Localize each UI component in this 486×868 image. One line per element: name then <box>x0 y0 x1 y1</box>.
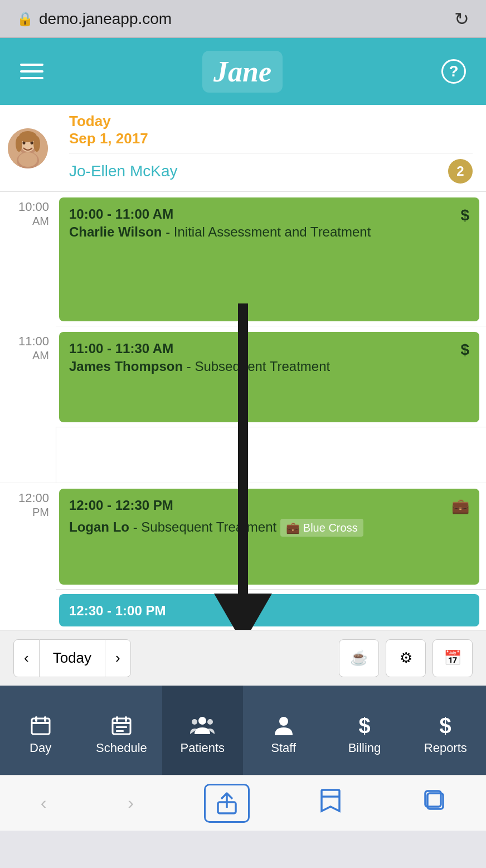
svg-point-20 <box>198 717 206 725</box>
bookmarks-icon <box>319 789 342 813</box>
appointment-row-3[interactable]: 12:00 PM 12:00 - 12:30 PM Logan Lo - Sub… <box>0 483 486 589</box>
schedule-nav-icon <box>110 714 133 736</box>
dollar-icon-1: $ <box>460 206 469 224</box>
appt-2-treatment: Subsequent Treatment <box>195 359 330 374</box>
svg-text:$: $ <box>358 714 370 736</box>
toolbar: ‹ Today › ☕ ⚙ 📅 <box>0 630 486 686</box>
svg-rect-17 <box>125 716 127 722</box>
appt-2-patient: James Thompson <box>69 359 183 374</box>
avatar-image <box>8 128 48 168</box>
appointment-block-4[interactable]: 12:30 - 1:00 PM <box>59 594 479 626</box>
appt-2-desc: James Thompson - Subsequent Treatment <box>69 359 469 374</box>
nav-label-schedule: Schedule <box>96 741 147 755</box>
appointment-block-3[interactable]: 12:00 - 12:30 PM Logan Lo - Subsequent T… <box>59 489 479 585</box>
svg-rect-11 <box>32 722 50 724</box>
nav-item-patients[interactable]: Patients <box>162 686 243 775</box>
appt-3-desc: Logan Lo - Subsequent Treatment 💼 Blue C… <box>69 515 469 537</box>
main-content: Today Sep 1, 2017 Jo-Ellen McKay 2 10:00… <box>0 105 486 630</box>
svg-rect-15 <box>113 722 130 724</box>
next-day-button[interactable]: › <box>105 639 131 677</box>
svg-point-8 <box>16 136 22 152</box>
time-label-1230pm <box>0 590 56 630</box>
page-wrapper: 🔒 demo.janeapp.com ↻ Jane ? <box>0 0 486 831</box>
appt-1-dash: - <box>166 224 174 239</box>
date-today-label: Today <box>69 113 473 130</box>
calendar-button[interactable]: 📅 <box>432 639 473 677</box>
appt-4-time: 12:30 - 1:00 PM <box>69 603 469 619</box>
jane-logo: Jane <box>202 51 283 93</box>
hamburger-line-2 <box>20 70 43 73</box>
ios-tabs-button[interactable] <box>412 783 456 823</box>
billing-nav-icon: $ <box>353 714 376 736</box>
staff-nav-icon <box>273 714 295 736</box>
nav-item-staff[interactable]: Staff <box>243 686 324 775</box>
svg-rect-12 <box>35 716 37 722</box>
appointment-count-badge: 2 <box>448 159 473 184</box>
nav-item-billing[interactable]: $ Billing <box>324 686 405 775</box>
svg-point-22 <box>207 719 213 725</box>
empty-gap-row <box>0 427 486 483</box>
appointment-row-4[interactable]: 12:30 - 1:00 PM <box>0 590 486 630</box>
bottom-nav: Day Schedule Patients <box>0 686 486 775</box>
appt-3-time: 12:00 - 12:30 PM <box>69 498 469 513</box>
appointment-row-1[interactable]: 10:00 AM 10:00 - 11:00 AM Charlie Wilson… <box>0 192 486 326</box>
time-label-10am: 10:00 AM <box>0 192 56 326</box>
date-full-label: Sep 1, 2017 <box>69 130 473 147</box>
appt-2-time: 11:00 - 11:30 AM <box>69 341 469 356</box>
nav-item-schedule[interactable]: Schedule <box>81 686 162 775</box>
nav-label-day: Day <box>30 741 51 755</box>
dollar-icon-2: $ <box>460 341 469 359</box>
practitioner-name[interactable]: Jo-Ellen McKay <box>69 162 178 180</box>
reload-button[interactable]: ↻ <box>454 8 469 30</box>
appt-1-treatment: Initial Assessment and Treatment <box>174 224 371 239</box>
svg-point-21 <box>192 719 197 725</box>
ios-share-button[interactable] <box>204 784 250 823</box>
svg-rect-18 <box>116 726 127 728</box>
insurance-badge: 💼 Blue Cross <box>280 519 363 537</box>
url-text: demo.janeapp.com <box>39 10 172 28</box>
today-button[interactable]: Today <box>40 639 105 677</box>
coffee-button[interactable]: ☕ <box>339 639 379 677</box>
day-nav-icon <box>30 714 52 736</box>
time-label-12pm: 12:00 PM <box>0 483 56 589</box>
prev-day-button[interactable]: ‹ <box>13 639 40 677</box>
hamburger-menu-button[interactable] <box>20 64 43 79</box>
ios-bookmarks-button[interactable] <box>308 783 353 823</box>
ios-forward-button[interactable]: › <box>116 787 145 819</box>
nav-label-staff: Staff <box>271 741 296 755</box>
date-name-section: Today Sep 1, 2017 Jo-Ellen McKay 2 <box>56 105 486 191</box>
nav-label-reports: Reports <box>424 741 467 755</box>
nav-label-billing: Billing <box>348 741 381 755</box>
svg-text:$: $ <box>440 714 451 736</box>
briefcase-icon: 💼 <box>286 521 300 534</box>
schedule-section: 10:00 AM 10:00 - 11:00 AM Charlie Wilson… <box>0 192 486 630</box>
svg-point-4 <box>18 152 37 167</box>
appt-2-dash: - <box>187 359 195 374</box>
appointment-block-1[interactable]: 10:00 - 11:00 AM Charlie Wilson - Initia… <box>59 197 479 321</box>
svg-rect-10 <box>32 718 50 734</box>
svg-point-9 <box>33 136 40 152</box>
nav-item-reports[interactable]: $ Reports <box>405 686 486 775</box>
ios-bottom-bar: ‹ › <box>0 775 486 831</box>
reports-nav-icon: $ <box>434 714 456 736</box>
browser-url-bar: 🔒 demo.janeapp.com <box>17 10 172 28</box>
svg-rect-16 <box>116 716 118 722</box>
insurance-label: Blue Cross <box>303 522 358 534</box>
ios-back-button[interactable]: ‹ <box>30 787 58 819</box>
appt-3-dash: - <box>133 519 142 534</box>
nav-item-day[interactable]: Day <box>0 686 81 775</box>
lock-icon: 🔒 <box>17 11 33 27</box>
nav-button-group: ‹ Today › <box>13 639 131 677</box>
help-button[interactable]: ? <box>441 59 466 84</box>
nav-label-patients: Patients <box>181 741 225 755</box>
practitioner-avatar <box>8 128 48 168</box>
tabs-icon <box>423 789 445 813</box>
appt-3-treatment: Subsequent Treatment <box>141 519 276 534</box>
gear-button[interactable]: ⚙ <box>386 639 426 677</box>
appt-1-desc: Charlie Wilson - Initial Assessment and … <box>69 224 469 240</box>
briefcase-icon-top: 💼 <box>451 498 469 515</box>
svg-point-23 <box>279 717 288 726</box>
appointment-row-2[interactable]: 11:00 AM 11:00 - 11:30 AM James Thompson… <box>0 326 486 427</box>
svg-rect-13 <box>44 716 46 722</box>
appointment-block-2[interactable]: 11:00 - 11:30 AM James Thompson - Subseq… <box>59 332 479 422</box>
